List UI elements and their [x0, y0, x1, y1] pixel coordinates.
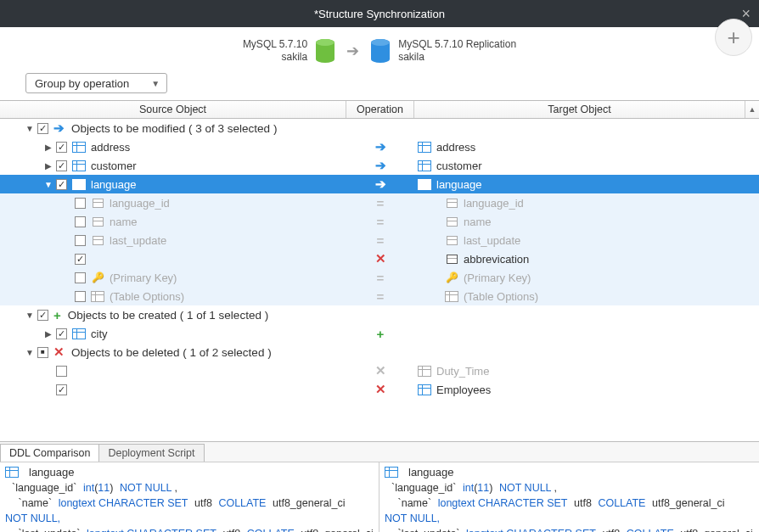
equals-icon: =	[346, 196, 414, 210]
table-row[interactable]: ✕ Employees	[0, 380, 759, 399]
checkbox[interactable]	[75, 235, 86, 246]
ddl-target-pane[interactable]: language `language_id` int(11) NOT NULL …	[380, 462, 759, 532]
plus-icon: +	[53, 308, 61, 322]
checkbox[interactable]	[75, 216, 86, 227]
checkbox[interactable]	[56, 142, 67, 153]
ddl-source-pane[interactable]: language `language_id` int(11) NOT NULL …	[0, 462, 380, 532]
checkbox[interactable]	[56, 328, 67, 339]
expand-icon[interactable]: ▶	[42, 328, 54, 339]
checkbox[interactable]	[37, 310, 48, 321]
checkbox[interactable]	[56, 179, 67, 190]
group-created[interactable]: ▼+Objects to be created ( 1 of 1 selecte…	[0, 305, 759, 324]
table-icon	[5, 467, 19, 478]
collapse-icon[interactable]: ▼	[42, 178, 54, 190]
table-icon	[418, 384, 431, 395]
checkbox[interactable]	[75, 272, 86, 283]
checkbox[interactable]	[56, 384, 67, 395]
table-icon	[418, 160, 431, 171]
comparison-tree[interactable]: ▼➔Objects to be modified ( 3 of 3 select…	[0, 119, 759, 441]
bottom-tabs: DDL Comparison Deployment Script	[0, 441, 759, 462]
column-icon	[447, 255, 458, 264]
column-row[interactable]: name = name	[0, 212, 759, 231]
table-icon	[418, 366, 431, 377]
table-icon	[91, 291, 104, 302]
column-icon	[93, 217, 104, 227]
table-row[interactable]: ▶customer ➔ customer	[0, 156, 759, 175]
source-engine: MySQL 5.7.10	[243, 38, 307, 51]
close-icon[interactable]: ×	[741, 5, 751, 23]
checkbox[interactable]	[56, 160, 67, 171]
target-engine: MySQL 5.7.10 Replication	[398, 38, 516, 51]
column-icon	[93, 199, 104, 208]
column-row[interactable]: last_update = last_update	[0, 231, 759, 249]
ddl-comparison-panel: language `language_id` int(11) NOT NULL …	[0, 462, 759, 532]
delete-icon: ✕	[53, 344, 65, 360]
table-row[interactable]: ▶address ➔ address	[0, 137, 759, 156]
add-button[interactable]: +	[715, 19, 752, 56]
checkbox[interactable]	[37, 123, 48, 134]
grid-header: Source Object Operation Target Object ▲	[0, 100, 759, 119]
expand-icon[interactable]: ▼	[24, 346, 36, 358]
tab-deployment-script[interactable]: Deployment Script	[99, 444, 204, 462]
column-icon	[93, 236, 104, 245]
source-db: sakila	[243, 51, 307, 64]
arrow-right-icon: ➔	[53, 120, 65, 136]
arrow-right-icon: ➔	[346, 158, 414, 173]
table-icon	[385, 467, 398, 478]
key-icon: 🔑	[91, 272, 104, 283]
checkbox[interactable]	[37, 347, 48, 358]
arrow-right-icon: ➔	[346, 42, 359, 60]
equals-icon: =	[346, 233, 414, 248]
tab-ddl-comparison[interactable]: DDL Comparison	[0, 444, 99, 462]
delete-icon: ✕	[346, 251, 414, 266]
connection-header: MySQL 5.7.10 sakila ➔ MySQL 5.7.10 Repli…	[0, 32, 759, 70]
expand-icon[interactable]: ▼	[24, 309, 36, 321]
equals-icon: =	[346, 289, 414, 304]
table-row[interactable]: ✕ Duty_Time	[0, 361, 759, 380]
col-operation[interactable]: Operation	[346, 101, 414, 118]
table-row[interactable]: ▶city +	[0, 324, 759, 343]
column-row[interactable]: (Table Options) = (Table Options)	[0, 287, 759, 305]
checkbox[interactable]	[75, 254, 86, 265]
arrow-right-icon: ➔	[346, 139, 414, 154]
table-icon	[72, 160, 86, 171]
table-icon	[445, 291, 458, 302]
equals-icon: =	[346, 215, 414, 229]
table-icon	[72, 142, 86, 153]
key-icon: 🔑	[445, 272, 458, 283]
checkbox[interactable]	[75, 291, 86, 302]
column-icon	[447, 236, 458, 245]
arrow-right-icon: ➔	[346, 176, 414, 192]
checkbox[interactable]	[56, 366, 67, 377]
col-source[interactable]: Source Object	[0, 101, 346, 118]
target-db: sakila	[398, 51, 516, 64]
column-icon	[447, 217, 458, 227]
window-title: *Structure Synchronization	[314, 8, 445, 20]
table-icon	[418, 179, 431, 190]
expand-icon[interactable]: ▶	[42, 141, 54, 153]
group-modified[interactable]: ▼➔Objects to be modified ( 3 of 3 select…	[0, 119, 759, 137]
expand-icon[interactable]: ▼	[24, 122, 36, 134]
table-icon	[418, 142, 431, 153]
expand-icon[interactable]: ▶	[42, 160, 54, 171]
column-row[interactable]: language_id = language_id	[0, 193, 759, 212]
database-icon	[316, 39, 335, 63]
plus-icon: +	[346, 327, 414, 341]
title-bar: *Structure Synchronization ×	[0, 0, 759, 27]
database-icon	[371, 39, 390, 63]
col-target[interactable]: Target Object	[414, 101, 745, 118]
checkbox[interactable]	[75, 198, 86, 209]
delete-icon: ✕	[346, 382, 414, 397]
equals-icon: =	[346, 271, 414, 285]
column-icon	[447, 199, 458, 208]
chevron-down-icon: ▼	[151, 79, 160, 88]
group-deleted[interactable]: ▼✕Objects to be deleted ( 1 of 2 selecte…	[0, 343, 759, 361]
scroll-up-icon[interactable]: ▲	[745, 101, 759, 118]
table-icon	[72, 328, 86, 339]
column-row[interactable]: 🔑(Primary Key) = 🔑(Primary Key)	[0, 268, 759, 287]
column-row[interactable]: ✕ abbrevication	[0, 249, 759, 268]
table-row-selected[interactable]: ▼language ➔ language	[0, 175, 759, 193]
group-by-dropdown[interactable]: Group by operation ▼	[25, 73, 167, 93]
delete-icon: ✕	[346, 363, 414, 378]
table-icon	[72, 179, 86, 190]
